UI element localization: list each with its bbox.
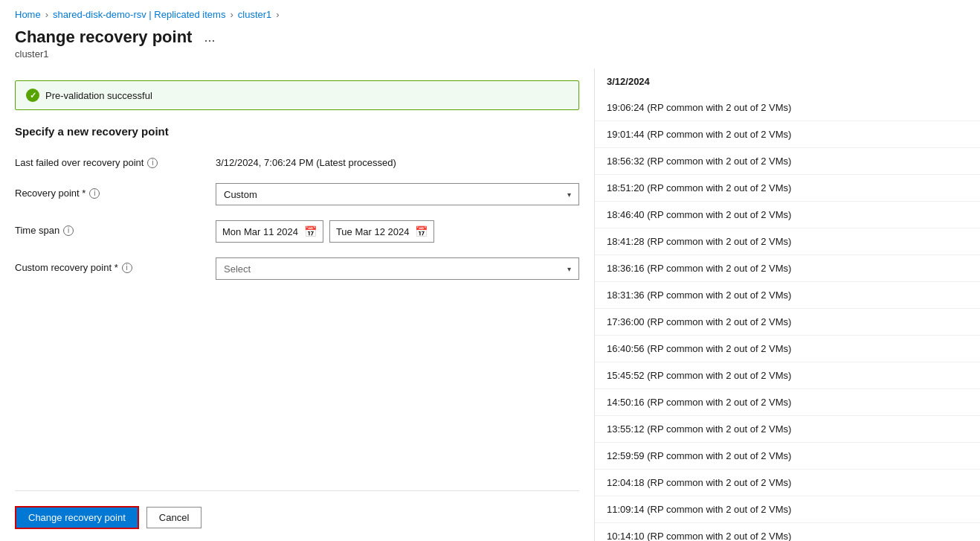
rp-list-item[interactable]: 18:51:20 (RP common with 2 out of 2 VMs) — [595, 175, 980, 202]
chevron-down-icon: ▾ — [567, 191, 571, 199]
page-subtitle: cluster1 — [0, 47, 980, 68]
rp-list: 19:06:24 (RP common with 2 out of 2 VMs)… — [595, 95, 980, 541]
section-title: Specify a new recovery point — [15, 125, 579, 138]
date-from-input[interactable]: Mon Mar 11 2024 📅 — [216, 220, 323, 243]
form-row-custom-rp: Custom recovery point * i Select ▾ — [15, 257, 579, 280]
rp-list-item[interactable]: 15:45:52 (RP common with 2 out of 2 VMs) — [595, 362, 980, 389]
breadcrumb-rsv[interactable]: shared-disk-demo-rsv | Replicated items — [53, 9, 225, 20]
rp-list-item[interactable]: 18:46:40 (RP common with 2 out of 2 VMs) — [595, 202, 980, 228]
rp-list-item[interactable]: 18:36:16 (RP common with 2 out of 2 VMs) — [595, 255, 980, 282]
breadcrumb-sep-2: › — [230, 9, 233, 20]
page: Home › shared-disk-demo-rsv | Replicated… — [0, 0, 980, 541]
content-area: Pre-validation successful Specify a new … — [0, 68, 980, 541]
rp-list-item[interactable]: 19:01:44 (RP common with 2 out of 2 VMs) — [595, 121, 980, 148]
rp-list-item[interactable]: 18:31:36 (RP common with 2 out of 2 VMs) — [595, 282, 980, 309]
breadcrumb-sep-3: › — [276, 9, 279, 20]
right-panel: 3/12/2024 19:06:24 (RP common with 2 out… — [595, 68, 980, 541]
success-icon — [26, 89, 39, 102]
label-last-failed: Last failed over recovery point i — [15, 153, 216, 168]
rp-list-item[interactable]: 13:55:12 (RP common with 2 out of 2 VMs) — [595, 416, 980, 443]
label-recovery-point: Recovery point * i — [15, 183, 216, 199]
custom-rp-control: Select ▾ — [216, 257, 579, 280]
rp-list-item[interactable]: 18:56:32 (RP common with 2 out of 2 VMs) — [595, 148, 980, 175]
date-to-text: Tue Mar 12 2024 — [336, 226, 410, 237]
spacer — [15, 295, 579, 490]
form-row-time-span: Time span i Mon Mar 11 2024 📅 Tue Mar 12… — [15, 220, 579, 243]
label-time-span: Time span i — [15, 220, 216, 236]
info-icon-time-span[interactable]: i — [63, 225, 74, 236]
chevron-down-icon-2: ▾ — [567, 265, 571, 273]
left-panel: Pre-validation successful Specify a new … — [0, 68, 595, 541]
recovery-point-value: Custom — [224, 189, 257, 200]
breadcrumb: Home › shared-disk-demo-rsv | Replicated… — [0, 0, 980, 25]
rp-list-item[interactable]: 18:41:28 (RP common with 2 out of 2 VMs) — [595, 228, 980, 255]
value-last-failed: 3/12/2024, 7:06:24 PM (Latest processed) — [216, 153, 579, 168]
time-span-control: Mon Mar 11 2024 📅 Tue Mar 12 2024 📅 — [216, 220, 579, 243]
left-panel-inner: Pre-validation successful Specify a new … — [15, 80, 579, 529]
breadcrumb-cluster[interactable]: cluster1 — [238, 9, 272, 20]
ellipsis-button[interactable]: ... — [199, 28, 219, 47]
form-row-last-failed: Last failed over recovery point i 3/12/2… — [15, 153, 579, 168]
recovery-point-control: Custom ▾ — [216, 183, 579, 205]
info-icon-recovery-point[interactable]: i — [89, 188, 100, 199]
custom-rp-placeholder: Select — [224, 263, 251, 275]
rp-list-item[interactable]: 17:36:00 (RP common with 2 out of 2 VMs) — [595, 309, 980, 336]
rp-list-item[interactable]: 14:50:16 (RP common with 2 out of 2 VMs) — [595, 389, 980, 416]
date-to-input[interactable]: Tue Mar 12 2024 📅 — [329, 220, 435, 243]
rp-list-item[interactable]: 11:09:14 (RP common with 2 out of 2 VMs) — [595, 496, 980, 523]
rp-list-item[interactable]: 16:40:56 (RP common with 2 out of 2 VMs) — [595, 336, 980, 362]
title-row: Change recovery point ... — [0, 25, 980, 47]
change-recovery-point-button[interactable]: Change recovery point — [15, 506, 139, 529]
rp-list-item[interactable]: 10:14:10 (RP common with 2 out of 2 VMs) — [595, 523, 980, 541]
form-row-recovery-point: Recovery point * i Custom ▾ — [15, 183, 579, 205]
rp-list-item[interactable]: 12:59:59 (RP common with 2 out of 2 VMs) — [595, 443, 980, 470]
calendar-to-icon[interactable]: 📅 — [415, 225, 428, 237]
rp-list-item[interactable]: 19:06:24 (RP common with 2 out of 2 VMs) — [595, 95, 980, 121]
page-title: Change recovery point — [15, 28, 192, 47]
breadcrumb-home[interactable]: Home — [15, 9, 41, 20]
rp-date-header: 3/12/2024 — [595, 68, 980, 95]
calendar-from-icon[interactable]: 📅 — [304, 225, 317, 237]
date-from-text: Mon Mar 11 2024 — [222, 226, 298, 237]
label-custom-rp: Custom recovery point * i — [15, 257, 216, 273]
recovery-point-dropdown[interactable]: Custom ▾ — [216, 183, 579, 205]
cancel-button[interactable]: Cancel — [146, 507, 202, 528]
custom-rp-dropdown[interactable]: Select ▾ — [216, 257, 579, 280]
footer-actions: Change recovery point Cancel — [15, 490, 579, 529]
info-icon-custom-rp[interactable]: i — [122, 263, 132, 273]
success-banner: Pre-validation successful — [15, 80, 579, 110]
rp-list-item[interactable]: 12:04:18 (RP common with 2 out of 2 VMs) — [595, 470, 980, 496]
success-text: Pre-validation successful — [45, 90, 152, 101]
info-icon-last-failed[interactable]: i — [147, 158, 158, 168]
date-range: Mon Mar 11 2024 📅 Tue Mar 12 2024 📅 — [216, 220, 579, 243]
breadcrumb-sep-1: › — [45, 9, 48, 20]
